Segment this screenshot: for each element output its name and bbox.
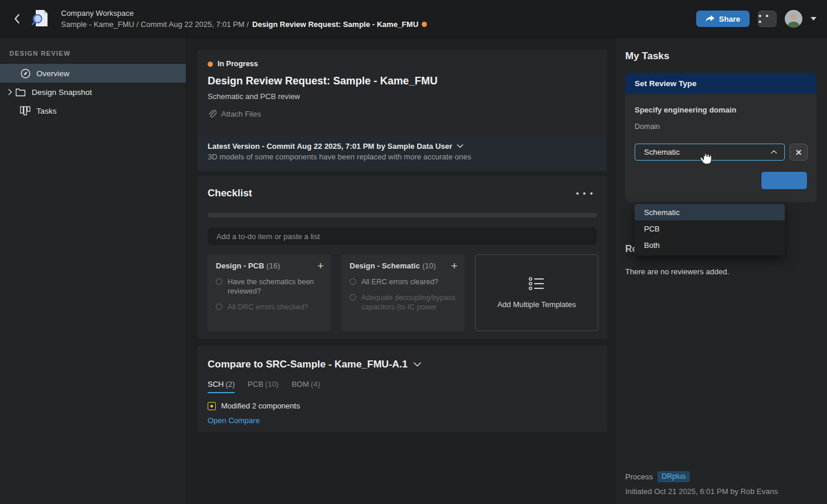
workspace-name[interactable]: Company Workspace [61, 8, 427, 19]
sidebar-item-label: Tasks [36, 107, 57, 115]
tasks-footer: Process DRplus Initiated Oct 21 2025, 6:… [625, 471, 778, 496]
tab-label: BOM [292, 380, 309, 389]
checklist-template-card-pcb[interactable]: Design - PCB(16) + Have the schematics b… [208, 254, 331, 331]
compass-icon [20, 68, 30, 79]
fade-overlay [341, 316, 465, 331]
checklist-menu-button[interactable]: ● ● ● [572, 188, 598, 199]
checklist-progress-bar [208, 213, 597, 217]
my-tasks-title: My Tasks [616, 38, 827, 62]
ellipsis-icon: ● ● ● [758, 13, 776, 25]
domain-select[interactable]: Schematic [635, 144, 785, 161]
my-tasks-panel: My Tasks Set Review Type Specify enginee… [616, 38, 827, 504]
checklist-item-text: All DRC errors checked? [228, 302, 309, 312]
checklist-item: All DRC errors checked? [216, 302, 324, 312]
checklist-item-text: All ERC errors cleared? [361, 277, 438, 287]
avatar[interactable] [785, 10, 802, 28]
process-label: Process [625, 472, 653, 481]
tab-count: (2) [225, 380, 235, 389]
checklist-template-icon [528, 277, 545, 291]
sidebar: DESIGN REVIEW Overview Design Snapshot [0, 38, 187, 504]
paperclip-icon [208, 109, 216, 118]
document-search-logo-icon[interactable] [32, 8, 50, 29]
share-button[interactable]: Share [696, 11, 750, 27]
more-options-button[interactable]: ● ● ● [758, 11, 777, 27]
chevron-left-icon [13, 13, 21, 24]
tab-sch[interactable]: SCH(2) [208, 380, 235, 393]
kanban-board-icon [20, 105, 30, 116]
tab-pcb[interactable]: PCB(10) [248, 380, 279, 393]
set-review-type-card: Set Review Type Specify engineering doma… [625, 73, 816, 202]
version-title-row[interactable]: Latest Version - Commit Aug 22 2025, 7:0… [208, 142, 597, 151]
set-review-type-submit-button[interactable] [761, 171, 808, 190]
sidebar-item-overview[interactable]: Overview [0, 64, 186, 83]
chevron-down-icon[interactable] [414, 362, 421, 367]
folder-icon [15, 87, 26, 97]
compare-title: Compare to SRC-Sample - Kame_FMU-A.1 [208, 359, 408, 370]
close-icon: ✕ [795, 148, 802, 157]
compare-tabs: SCH(2) PCB(10) BOM(4) [198, 370, 607, 393]
task-card-header: Set Review Type [625, 73, 816, 94]
domain-section-label: Specify engineering domain [625, 94, 816, 114]
checklist-item: Adequate decoupling/bypass capacitors (t… [350, 293, 457, 312]
menu-item-pcb[interactable]: PCB [635, 220, 785, 237]
domain-field-label: Domain [625, 114, 816, 131]
top-bar: Company Workspace Sample - Kame_FMU / Co… [0, 0, 827, 38]
menu-item-both[interactable]: Both [635, 237, 785, 253]
latest-version-banner: Latest Version - Commit Aug 22 2025, 7:0… [198, 136, 607, 171]
template-count: (16) [266, 261, 280, 270]
checkbox-circle-icon[interactable] [216, 278, 222, 285]
main-content: In Progress Design Review Request: Sampl… [187, 38, 616, 504]
app-window: Company Workspace Sample - Kame_FMU / Co… [0, 0, 827, 504]
version-description: 3D models of some components have been r… [208, 152, 597, 161]
sidebar-item-design-snapshot[interactable]: Design Snapshot [0, 83, 186, 101]
breadcrumb-path[interactable]: Sample - Kame_FMU / Commit Aug 22 2025, … [61, 19, 249, 30]
template-title: Design - PCB [216, 261, 264, 270]
modified-components-row: Modified 2 components [198, 393, 607, 410]
unsaved-status-dot [422, 22, 427, 27]
tab-label: PCB [248, 380, 263, 389]
attach-files-button[interactable]: Attach Files [198, 101, 607, 118]
chevron-right-icon[interactable] [5, 88, 15, 96]
account-menu-caret-icon[interactable] [811, 17, 816, 21]
template-count: (10) [422, 261, 436, 270]
open-compare-link[interactable]: Open Compare [198, 410, 269, 425]
chevron-down-icon[interactable] [457, 144, 463, 148]
checklist-template-card-schematic[interactable]: Design - Schematic(10) + All ERC errors … [341, 254, 465, 331]
back-button[interactable] [7, 9, 27, 29]
sidebar-item-label: Design Snapshot [32, 88, 92, 97]
page-title: Design Review Request: Sample - Kame_FMU [198, 68, 607, 87]
todo-input[interactable] [208, 227, 597, 245]
sidebar-item-label: Overview [36, 69, 69, 78]
domain-selected-value: Schematic [644, 148, 771, 156]
checklist-item-text: Adequate decoupling/bypass capacitors (t… [361, 293, 457, 312]
menu-item-schematic[interactable]: Schematic [635, 204, 785, 220]
share-icon [706, 15, 714, 23]
add-template-plus-icon[interactable]: + [451, 261, 457, 271]
checkbox-circle-icon[interactable] [350, 278, 356, 285]
chevron-up-icon [771, 150, 777, 154]
checkbox-circle-icon[interactable] [350, 294, 356, 301]
checklist-card: Checklist ● ● ● Design - PCB(16) + Have … [198, 176, 607, 339]
sidebar-item-tasks[interactable]: Tasks [0, 101, 186, 120]
domain-dropdown-menu: Schematic PCB Both [635, 204, 785, 256]
page-subtitle: Schematic and PCB review [198, 87, 607, 101]
checklist-title: Checklist [208, 188, 252, 199]
review-info-card: In Progress Design Review Request: Sampl… [198, 50, 607, 171]
tab-bom[interactable]: BOM(4) [292, 380, 320, 393]
checklist-item-text: Have the schematics been reviewed? [228, 277, 324, 296]
version-title: Latest Version - Commit Aug 22 2025, 7:0… [208, 142, 452, 151]
sidebar-section-title: DESIGN REVIEW [0, 38, 186, 64]
tab-count: (10) [265, 380, 279, 389]
add-template-plus-icon[interactable]: + [317, 261, 324, 271]
process-badge[interactable]: DRplus [657, 471, 690, 482]
checkbox-circle-icon[interactable] [216, 304, 222, 310]
status-dot [208, 62, 213, 67]
breadcrumb-current: Design Review Request: Sample - Kame_FMU [252, 19, 418, 30]
breadcrumb: Company Workspace Sample - Kame_FMU / Co… [61, 8, 427, 30]
tab-label: SCH [208, 380, 223, 389]
clear-selection-button[interactable]: ✕ [789, 144, 808, 161]
status-badge: In Progress [218, 60, 258, 68]
compare-card: Compare to SRC-Sample - Kame_FMU-A.1 SCH… [198, 346, 607, 432]
add-multiple-templates-button[interactable]: Add Multiple Templates [475, 254, 598, 331]
compare-title-row[interactable]: Compare to SRC-Sample - Kame_FMU-A.1 [198, 346, 607, 370]
